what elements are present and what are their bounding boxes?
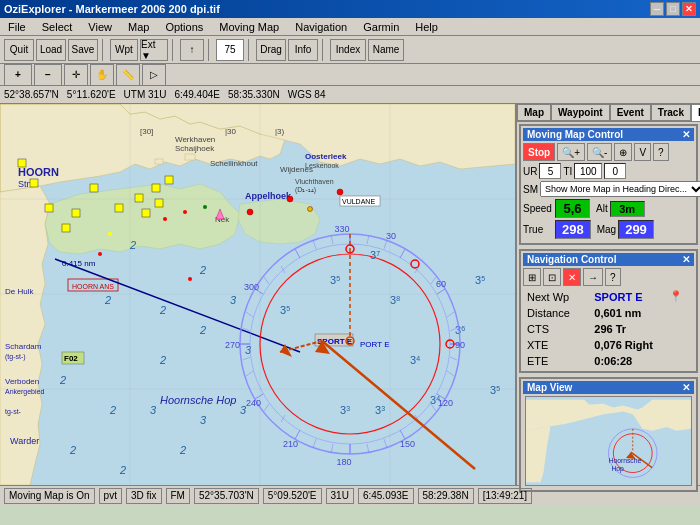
zoom-field[interactable]: 75 bbox=[216, 39, 244, 61]
zoom-out-button[interactable]: − bbox=[34, 64, 62, 86]
nav-btn4[interactable]: → bbox=[583, 268, 603, 286]
nav-btn1[interactable]: ⊞ bbox=[523, 268, 541, 286]
wpt-button[interactable]: Wpt bbox=[110, 39, 138, 61]
svg-text:PORT E: PORT E bbox=[360, 340, 390, 349]
svg-text:2: 2 bbox=[159, 304, 166, 316]
measure-button[interactable]: 📏 bbox=[116, 64, 140, 86]
menu-help[interactable]: Help bbox=[411, 20, 442, 34]
up-button[interactable]: ↑ bbox=[180, 39, 204, 61]
svg-text:2: 2 bbox=[104, 294, 111, 306]
svg-text:60: 60 bbox=[436, 279, 446, 289]
right-panel: Map Waypoint Event Track Route Moving Ma… bbox=[515, 104, 700, 485]
nav-btn2[interactable]: ⊡ bbox=[543, 268, 561, 286]
svg-text:2: 2 bbox=[119, 464, 126, 476]
center-button[interactable]: ⊕ bbox=[614, 143, 632, 161]
svg-text:180: 180 bbox=[336, 457, 351, 467]
menu-garmin[interactable]: Garmin bbox=[359, 20, 403, 34]
tab-event[interactable]: Event bbox=[610, 104, 651, 121]
info-button[interactable]: Info bbox=[288, 39, 318, 61]
bottom-east-text: 6:45.093E bbox=[363, 490, 409, 501]
panel-tabs[interactable]: Map Waypoint Event Track Route bbox=[517, 104, 700, 122]
lock-button[interactable]: V bbox=[634, 143, 651, 161]
svg-rect-2 bbox=[185, 154, 195, 160]
close-panel-icon[interactable]: ✕ bbox=[682, 129, 690, 140]
drag-button[interactable]: Drag bbox=[256, 39, 286, 61]
svg-text:3: 3 bbox=[200, 414, 207, 426]
menu-view[interactable]: View bbox=[84, 20, 116, 34]
tab-track[interactable]: Track bbox=[651, 104, 691, 121]
mini-map[interactable]: Hoornsche Hop bbox=[525, 396, 692, 486]
cts-label: CTS bbox=[523, 321, 590, 337]
svg-rect-136 bbox=[165, 176, 173, 184]
menu-navigation[interactable]: Navigation bbox=[291, 20, 351, 34]
close-button[interactable]: ✕ bbox=[682, 2, 696, 16]
ur-input[interactable] bbox=[539, 163, 561, 179]
pan-button[interactable]: ✋ bbox=[90, 64, 114, 86]
tab-waypoint[interactable]: Waypoint bbox=[551, 104, 610, 121]
help-mm-button[interactable]: ? bbox=[653, 143, 669, 161]
maximize-button[interactable]: □ bbox=[666, 2, 680, 16]
svg-text:3: 3 bbox=[245, 344, 252, 356]
save-button[interactable]: Save bbox=[68, 39, 98, 61]
minimize-button[interactable]: ─ bbox=[650, 2, 664, 16]
close-nav-icon[interactable]: ✕ bbox=[682, 254, 690, 265]
easting-display: 6:49.404E bbox=[174, 89, 220, 100]
next-wp-value: SPORT E bbox=[590, 288, 665, 305]
fix-text: 3D fix bbox=[131, 490, 157, 501]
map-view-panel: Map View ✕ Hoornsche Hop bbox=[519, 377, 698, 492]
ti-input[interactable] bbox=[574, 163, 602, 179]
zoom-in-button[interactable]: + bbox=[4, 64, 32, 86]
load-button[interactable]: Load bbox=[36, 39, 66, 61]
svg-text:tg-st-: tg-st- bbox=[5, 408, 22, 416]
svg-text:Oosterleek: Oosterleek bbox=[305, 152, 347, 161]
zoom-out-gps-button[interactable]: 🔍- bbox=[587, 143, 612, 161]
stop-button[interactable]: Stop bbox=[523, 143, 555, 161]
svg-rect-138 bbox=[142, 209, 150, 217]
tab-map[interactable]: Map bbox=[517, 104, 551, 121]
menu-map[interactable]: Map bbox=[124, 20, 153, 34]
speed-row: Speed 5,6 Alt 3m bbox=[523, 199, 694, 218]
map-area[interactable]: 2 2 2 2 2 3 3 35 35 37 38 34 34 36 35 35… bbox=[0, 104, 515, 485]
zoom-in-gps-button[interactable]: 🔍+ bbox=[557, 143, 585, 161]
nav-wp-icon[interactable]: 📍 bbox=[665, 288, 694, 305]
svg-text:Werkhaven: Werkhaven bbox=[175, 135, 215, 144]
quit-button[interactable]: Quit bbox=[4, 39, 34, 61]
menu-moving-map[interactable]: Moving Map bbox=[215, 20, 283, 34]
utm-value: UTM 31U bbox=[124, 89, 167, 100]
lat-value: 52°38.657'N bbox=[4, 89, 59, 100]
nav-btn3[interactable]: ✕ bbox=[563, 268, 581, 286]
menu-bar: File Select View Map Options Moving Map … bbox=[0, 18, 700, 36]
menu-file[interactable]: File bbox=[4, 20, 30, 34]
secondary-toolbar: + − ✛ ✋ 📏 ▷ bbox=[0, 64, 700, 86]
svg-text:Schellinkhout: Schellinkhout bbox=[210, 159, 258, 168]
nav-btn5[interactable]: ? bbox=[605, 268, 621, 286]
window-controls[interactable]: ─ □ ✕ bbox=[650, 2, 696, 16]
index-button[interactable]: Index bbox=[330, 39, 366, 61]
menu-options[interactable]: Options bbox=[161, 20, 207, 34]
ext-button[interactable]: Ext ▼ bbox=[140, 39, 168, 61]
heading-direction-select[interactable]: Show More Map in Heading Direc... bbox=[540, 181, 700, 197]
svg-text:Hoornsche: Hoornsche bbox=[609, 457, 642, 464]
tab-route[interactable]: Route bbox=[691, 104, 700, 121]
northing-display: 58:35.330N bbox=[228, 89, 280, 100]
cursor-button[interactable]: ✛ bbox=[64, 64, 88, 86]
svg-rect-140 bbox=[18, 159, 26, 167]
svg-rect-135 bbox=[152, 184, 160, 192]
svg-text:90: 90 bbox=[455, 340, 465, 350]
svg-point-66 bbox=[108, 232, 112, 236]
svg-text:210: 210 bbox=[283, 439, 298, 449]
ruler-button[interactable]: ▷ bbox=[142, 64, 166, 86]
bottom-lon-text: 5°09.520'E bbox=[268, 490, 317, 501]
dir-input[interactable] bbox=[604, 163, 626, 179]
name-button[interactable]: Name bbox=[368, 39, 404, 61]
menu-select[interactable]: Select bbox=[38, 20, 77, 34]
main-area: 2 2 2 2 2 3 3 35 35 37 38 34 34 36 35 35… bbox=[0, 104, 700, 485]
nav-toolbar: ⊞ ⊡ ✕ → ? bbox=[523, 268, 694, 286]
bottom-north: 58:29.38N bbox=[418, 488, 474, 504]
xte-value: 0,076 Right bbox=[590, 337, 694, 353]
moving-map-title: Moving Map Control ✕ bbox=[523, 128, 694, 141]
close-mapview-icon[interactable]: ✕ bbox=[682, 382, 690, 393]
toolbar-separator-5 bbox=[322, 39, 326, 61]
svg-text:2: 2 bbox=[109, 404, 116, 416]
svg-text:Wijdenes: Wijdenes bbox=[280, 165, 313, 174]
